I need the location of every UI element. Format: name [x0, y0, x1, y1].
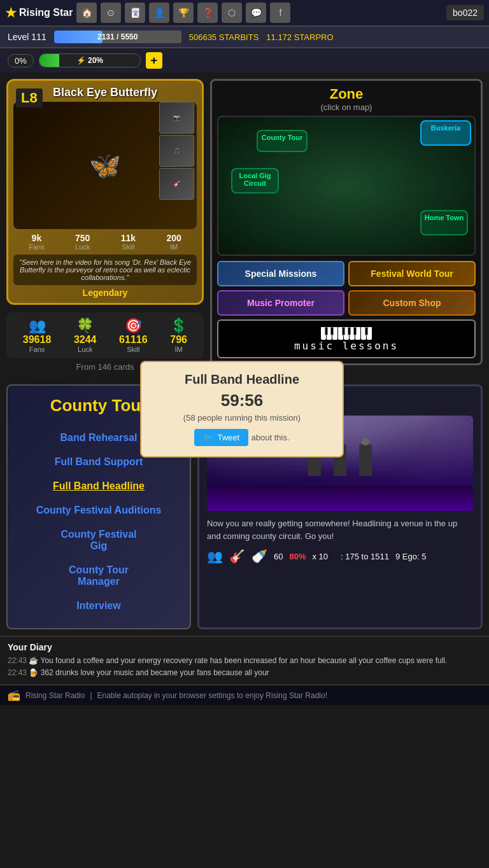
tweet-about-text: about this. — [252, 433, 290, 442]
star-icon: ★ — [5, 5, 17, 20]
diary-text-2: 362 drunks love your music and became yo… — [41, 668, 269, 677]
zone-title: Zone — [217, 86, 476, 102]
total-skill-label: Skill — [119, 346, 148, 353]
map-region-local-gig[interactable]: Local Gig Circuit — [231, 168, 279, 193]
tweet-button[interactable]: 🐦 Tweet — [194, 429, 248, 446]
cards-icon[interactable]: 🃏 — [125, 3, 145, 23]
people-icon: 👥 — [207, 549, 223, 564]
card-skill-stat: 11k Skill — [121, 233, 136, 251]
card-image: 🦋 📷 🎵 🎸 — [13, 102, 197, 229]
total-skill: 🎯 61116 Skill — [119, 318, 148, 353]
custom-shop-button[interactable]: Custom Shop — [348, 290, 476, 316]
help-icon[interactable]: ❓ — [197, 3, 218, 23]
diary-icon-1: ☕ — [29, 656, 40, 665]
zone-map[interactable]: Buskeria County Tour Local Gig Circuit H… — [217, 116, 476, 256]
ego-value: 0% — [15, 56, 27, 66]
xp-range-stat: : 175 to 1511 — [341, 552, 389, 561]
tweet-label: Tweet — [217, 433, 239, 442]
total-fans-label: Fans — [23, 346, 52, 353]
hive-icon[interactable]: ⬡ — [222, 3, 242, 23]
user-badge[interactable]: bo022 — [446, 5, 484, 20]
county-festival-gig-item[interactable]: County FestivalGig — [15, 522, 182, 558]
fband-description: Now you are really getting somewhere! He… — [207, 517, 473, 542]
diary-icon-2: 🍺 — [29, 668, 40, 677]
card-stats: 9k Fans 750 Luck 11k Skill 200 IM — [13, 233, 197, 251]
card-level-badge: L8 — [16, 88, 43, 108]
map-region-county-tour[interactable]: County Tour — [257, 130, 308, 152]
card-luck-stat: 750 Luck — [75, 233, 90, 251]
zone-subtitle: (click on map) — [217, 102, 476, 112]
person-icon[interactable]: 👤 — [149, 3, 169, 23]
facebook-icon[interactable]: f — [270, 3, 290, 23]
diary-text-1: You found a coffee and your energy recov… — [41, 656, 448, 665]
diary-section: Your Diary 22:43 ☕ You found a coffee an… — [0, 636, 489, 684]
level-bar: Level 111 2131 / 5550 506635 STARBITS 11… — [0, 27, 489, 48]
total-im-value: 796 — [170, 334, 187, 346]
xp-bar-fill — [54, 31, 103, 43]
baby-icon: 🍼 — [252, 549, 267, 564]
guitar-icon: 🎸 — [229, 549, 245, 564]
level-label: Level 111 — [8, 32, 46, 42]
circle-icon[interactable]: ⊙ — [101, 3, 121, 23]
discord-icon[interactable]: 💬 — [246, 3, 266, 23]
diary-entry-2: 22:43 🍺 362 drunks love your music and b… — [8, 667, 481, 679]
stats-row: 0% ⚡ 20% + — [0, 48, 489, 73]
sub-img-1: 📷 — [159, 102, 194, 134]
energy-stat: 60 — [274, 552, 283, 561]
total-fans: 👥 39618 Fans — [23, 318, 52, 353]
card-sub-images: 📷 🎵 🎸 — [159, 102, 194, 200]
home-icon[interactable]: 🏠 — [76, 3, 97, 23]
countdown-actions: 🐦 Tweet about this. — [154, 429, 330, 446]
map-region-home-town[interactable]: Home Town — [420, 210, 468, 235]
trophy-icon[interactable]: 🏆 — [173, 3, 194, 23]
total-luck-value: 3244 — [74, 334, 97, 346]
right-panel: Zone (click on map) Buskeria County Tour… — [210, 79, 483, 372]
map-background: Buskeria County Tour Local Gig Circuit H… — [218, 117, 474, 255]
countdown-timer: 59:56 — [154, 391, 330, 410]
card-im-stat: 200 IM — [166, 233, 181, 251]
diary-entry-1: 22:43 ☕ You found a coffee and your ener… — [8, 655, 481, 667]
map-region-buskeria[interactable]: Buskeria — [420, 120, 471, 146]
logo[interactable]: ★ Rising Star — [5, 5, 73, 20]
luck-icon: 🍀 — [74, 318, 97, 334]
twitter-icon: 🐦 — [203, 433, 213, 442]
total-im: 💲 796 IM — [170, 318, 187, 353]
music-lessons-label: music lessons — [294, 340, 399, 352]
festival-world-tour-button[interactable]: Festival World Tour — [348, 261, 476, 286]
county-festival-auditions-item[interactable]: County Festival Auditions — [15, 498, 182, 522]
sub-img-2: 🎵 — [159, 135, 194, 167]
county-section: County Tour Band Rehearsal Full Band Sup… — [0, 378, 489, 636]
ego-bar: 0% — [8, 54, 34, 67]
full-band-headline-item[interactable]: Full Band Headline — [15, 474, 182, 498]
music-lessons-button[interactable]: music lessons — [217, 319, 476, 358]
xp-text: 2131 / 5550 — [97, 32, 138, 41]
card-rarity: Legendary — [13, 288, 197, 298]
music-promoter-button[interactable]: Music Promoter — [217, 290, 344, 316]
totals-row: 👥 39618 Fans 🍀 3244 Luck 🎯 61116 Skill 💲… — [6, 312, 204, 358]
xp-bar: 2131 / 5550 — [54, 31, 181, 43]
multiplier-stat: x 10 — [313, 552, 329, 561]
zone-box: Zone (click on map) Buskeria County Tour… — [210, 79, 483, 365]
total-fans-value: 39618 — [23, 334, 52, 346]
diary-time-1: 22:43 — [8, 656, 27, 665]
card-fans-stat: 9k Fans — [29, 233, 44, 251]
card-container: L8 Black Eye Butterfly 🦋 📷 🎵 🎸 9k Fans — [6, 79, 204, 305]
action-buttons: Special Missions Festival World Tour Mus… — [217, 261, 476, 316]
special-missions-button[interactable]: Special Missions — [217, 261, 344, 286]
top-nav: ★ Rising Star 🏠 ⊙ 🃏 👤 🏆 ❓ ⬡ 💬 f bo022 — [0, 0, 489, 27]
fans-icon: 👥 — [23, 318, 52, 334]
countdown-people: (58 people running this mission) — [154, 413, 330, 423]
diary-title: Your Diary — [8, 642, 481, 652]
countdown-title: Full Band Headline — [154, 372, 330, 387]
plus-button[interactable]: + — [146, 52, 162, 69]
interview-item[interactable]: Interview — [15, 594, 182, 618]
skill-icon: 🎯 — [119, 318, 148, 334]
bottom-bar: 📻 Rising Star Radio | Enable autoplay in… — [0, 684, 489, 705]
percent-stat: 80% — [289, 552, 306, 561]
stage-floor — [207, 486, 473, 511]
diary-time-2: 22:43 — [8, 668, 27, 677]
county-tour-manager-item[interactable]: County TourManager — [15, 558, 182, 594]
autoplay-text: | — [90, 691, 92, 700]
sub-img-3: 🎸 — [159, 168, 194, 200]
energy-bar-fill — [39, 54, 60, 67]
